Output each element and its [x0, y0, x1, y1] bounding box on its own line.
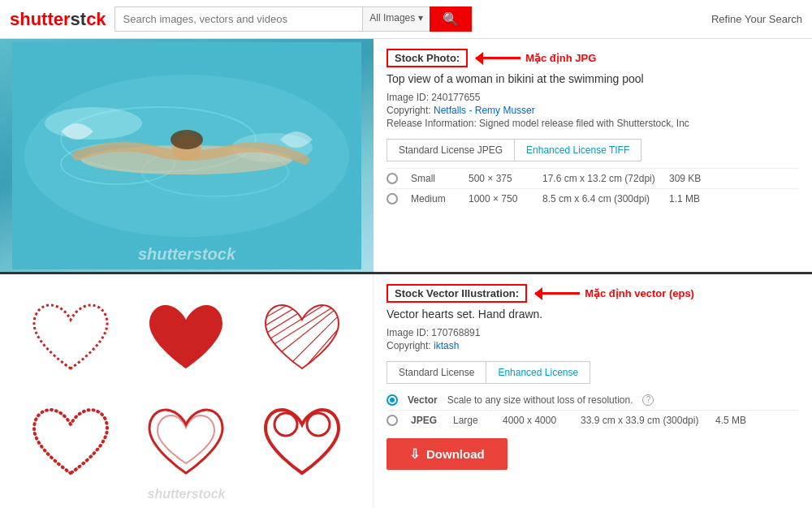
copyright-link-2[interactable]: iktash — [434, 340, 459, 351]
item-info-2: Stock Vector Illustration: Mặc định vect… — [374, 274, 812, 508]
vector-label: Vector — [408, 394, 438, 406]
license-tabs-1: Standard License JPEG Enhanced License T… — [387, 139, 641, 161]
item-meta-id-2: Image ID: 170768891 — [387, 327, 799, 338]
pool-image: shutterstock — [0, 39, 374, 272]
copyright-link-1[interactable]: Netfalls - Remy Musser — [434, 105, 535, 116]
annotation-text-1: Mặc định JPG — [525, 52, 596, 64]
annotation-text-2: Mặc định vector (eps) — [585, 287, 694, 299]
jpeg-size: 4.5 MB — [715, 415, 746, 426]
heart-4 — [16, 395, 125, 493]
search-dropdown[interactable]: All Images ▾ — [362, 6, 429, 32]
jpeg-size-name: Large — [453, 415, 490, 426]
logo: shutterstck — [10, 9, 106, 30]
item-row-2: shutterstock Stock Vector Illustration: … — [0, 274, 812, 508]
download-button[interactable]: ⇩ Download — [387, 438, 508, 470]
size-px-small: 500 × 375 — [469, 173, 529, 184]
item-image-1: shutterstock — [0, 39, 374, 272]
tab-standard-jpeg[interactable]: Standard License JPEG — [387, 140, 515, 161]
license-tabs-2: Standard License Enhanced License — [387, 361, 590, 384]
vector-option-row: Vector Scale to any size without loss of… — [387, 390, 799, 410]
svg-point-9 — [171, 130, 203, 149]
arrow-head-2 — [534, 287, 542, 300]
item-info-1: Stock Photo: Mặc định JPG Top view of a … — [374, 39, 812, 272]
tab-enhanced-license[interactable]: Enhanced License — [486, 362, 590, 383]
stock-label-row-1: Stock Photo: Mặc định JPG — [387, 49, 799, 67]
tab-standard-license[interactable]: Standard License — [387, 362, 486, 383]
heart-2 — [132, 291, 240, 389]
help-icon[interactable]: ? — [642, 394, 654, 406]
download-icon: ⇩ — [409, 446, 420, 462]
item-title-2: Vector hearts set. Hand drawn. — [387, 308, 799, 321]
heart-1 — [16, 291, 125, 389]
svg-point-22 — [274, 413, 297, 436]
size-name-small: Small — [411, 173, 456, 184]
copyright-prefix-2: Copyright: — [387, 340, 434, 351]
logo-black-part: st — [71, 9, 87, 29]
svg-line-13 — [261, 304, 314, 336]
annotation-1: Mặc định JPG — [476, 52, 596, 64]
annotation-2: Mặc định vector (eps) — [535, 287, 694, 299]
svg-line-21 — [326, 360, 343, 377]
item-title-1: Top view of a woman in bikini at the swi… — [387, 72, 799, 85]
size-row-small: Small 500 × 375 17.6 cm x 13.2 cm (72dpi… — [387, 168, 799, 188]
heart-3 — [248, 291, 356, 389]
size-px-medium: 1000 × 750 — [469, 193, 529, 204]
header: shutterstck All Images ▾ 🔍 Refine Your S… — [0, 0, 812, 39]
arrow-line-2 — [535, 292, 580, 295]
arrow-head-1 — [475, 52, 483, 65]
stock-label-row-2: Stock Vector Illustration: Mặc định vect… — [387, 284, 799, 303]
svg-line-20 — [314, 348, 343, 377]
watermark-2: shutterstock — [147, 487, 225, 502]
radio-medium[interactable] — [387, 193, 398, 204]
pool-svg — [12, 42, 361, 269]
heart-6 — [248, 395, 356, 493]
refine-search-link[interactable]: Refine Your Search — [711, 13, 802, 25]
size-kb-medium: 1.1 MB — [669, 193, 700, 204]
vector-desc: Scale to any size without loss of resolu… — [447, 394, 633, 406]
jpeg-cm: 33.9 cm x 33.9 cm (300dpi) — [581, 415, 702, 426]
item-meta-copyright-1: Copyright: Netfalls - Remy Musser — [387, 105, 799, 116]
size-kb-small: 309 KB — [669, 173, 701, 184]
item-meta-id-1: Image ID: 240177655 — [387, 92, 799, 103]
stock-label-box-2: Stock Vector Illustration: — [387, 284, 527, 303]
size-cm-medium: 8.5 cm x 6.4 cm (300dpi) — [542, 193, 656, 204]
search-bar: All Images ▾ 🔍 — [114, 6, 472, 32]
heart-5 — [132, 395, 240, 493]
svg-point-5 — [45, 107, 142, 140]
size-row-medium: Medium 1000 × 750 8.5 cm x 6.4 cm (300dp… — [387, 188, 799, 209]
radio-small[interactable] — [387, 173, 398, 184]
search-input[interactable] — [114, 6, 363, 32]
item-image-2: shutterstock — [0, 274, 374, 508]
radio-jpeg[interactable] — [387, 415, 398, 426]
logo-ock-part: ck — [86, 9, 106, 29]
jpeg-label: JPEG — [411, 415, 437, 426]
download-label: Download — [426, 447, 485, 461]
search-button[interactable]: 🔍 — [430, 6, 472, 32]
size-name-medium: Medium — [411, 193, 456, 204]
hearts-grid: shutterstock — [0, 274, 373, 508]
item-meta-copyright-2: Copyright: iktash — [387, 340, 799, 351]
radio-vector[interactable] — [387, 394, 398, 406]
svg-line-19 — [302, 336, 343, 377]
size-row-jpeg: JPEG Large 4000 x 4000 33.9 cm x 33.9 cm… — [387, 410, 799, 430]
arrow-line-1 — [476, 57, 520, 59]
stock-label-box-1: Stock Photo: — [387, 49, 468, 67]
main-content: shutterstock Stock Photo: Mặc định JPG T… — [0, 39, 812, 508]
tab-enhanced-tiff[interactable]: Enhanced License TIFF — [515, 140, 641, 161]
logo-red-part: shutter — [10, 9, 71, 29]
svg-point-23 — [307, 413, 330, 436]
svg-line-18 — [290, 324, 343, 377]
item-meta-release-1: Release Information: Signed model releas… — [387, 118, 799, 129]
copyright-prefix-1: Copyright: — [387, 105, 434, 116]
size-cm-small: 17.6 cm x 13.2 cm (72dpi) — [542, 173, 656, 184]
item-row-1: shutterstock Stock Photo: Mặc định JPG T… — [0, 39, 812, 274]
jpeg-px: 4000 x 4000 — [503, 415, 568, 426]
